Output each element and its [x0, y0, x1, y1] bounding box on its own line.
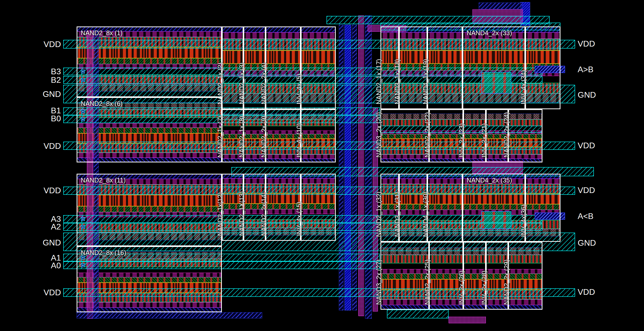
- pin-label-left-b3-1: B3: [0, 67, 61, 76]
- cell-label: NAND2_2x(14): [260, 192, 268, 236]
- metal-interconnect-bar: [358, 15, 364, 316]
- pin-label-left-vdd-0: VDD: [0, 40, 61, 48]
- pin-label-left-a0-12: A0: [0, 261, 61, 270]
- cell-label: NAND4_2x (33): [467, 29, 512, 37]
- cell-inv-4x-36[interactable]: INV_4x(36): [525, 174, 560, 242]
- pin-label-left-b0-5: B0: [0, 114, 61, 123]
- pin-label-right-vdd-0: VDD: [578, 40, 595, 48]
- cell-label: NAND3_2x (27): [375, 260, 383, 305]
- cell-label: NAND4_1x (30): [422, 192, 429, 237]
- pin-label-right-vdd-4: VDD: [578, 186, 595, 194]
- metal-interconnect-segment: [449, 317, 486, 323]
- cell-label: INV_2x (26): [458, 271, 465, 305]
- pin-label-left-vdd-13: VDD: [0, 288, 61, 297]
- cell-label: INV_4x (10): [295, 123, 303, 158]
- cell-label: NAND2_2x (24): [503, 112, 510, 158]
- cell-nand2-2x-29[interactable]: NAND2_2x (29): [508, 242, 542, 310]
- cell-nand2-2x-24[interactable]: NAND2_2x (24): [508, 109, 542, 162]
- cell-nand4-2x-33[interactable]: NAND4_2x (33): [462, 26, 525, 109]
- cell-label: NAND2_1x (32): [375, 192, 383, 237]
- cell-label: INV_4x (5): [295, 74, 303, 104]
- cell-label: NAND2_2x (25): [424, 260, 431, 305]
- cell-label: NAND3_1x (31): [394, 192, 401, 237]
- pin-label-left-gnd-3: GND: [0, 90, 61, 98]
- cell-nand3-2x-27[interactable]: NAND3_2x (27): [380, 242, 429, 310]
- cell-label: NAND3_1x (18): [394, 59, 401, 104]
- cell-label: INV_2x (23): [458, 123, 465, 158]
- cell-inv-4x-34[interactable]: INV_4x (34): [525, 26, 560, 109]
- cell-inv-4x-10[interactable]: INV_4x (10): [301, 109, 336, 162]
- cell-label: NAND4_2x (35): [467, 177, 512, 184]
- cell-label: NAND2_2x (9): [260, 116, 268, 158]
- cell-label: NAND2_8x (11): [81, 177, 126, 184]
- cell-label: INV_2x (28): [480, 271, 488, 305]
- cell-nand4-1x-19[interactable]: NAND4_1x (19): [427, 26, 462, 109]
- metal-interconnect-segment: [77, 312, 262, 318]
- cell-label: INV_4x(36): [520, 205, 527, 237]
- pin-label-right-a-b-1: A>B: [578, 65, 593, 73]
- cell-nand4-2x-35[interactable]: NAND4_2x (35): [462, 174, 525, 242]
- cell-label: NAND2_2x (4): [260, 62, 268, 104]
- cell-label: NAND4_1x (19): [422, 59, 429, 104]
- cell-label: NAND2_1x (17): [375, 59, 383, 104]
- cell-label: NAND2_1x (3): [238, 62, 246, 104]
- cell-nand2-8x-16[interactable]: NAND2_8x (16): [77, 246, 222, 312]
- cell-nand4-1x-30[interactable]: NAND4_1x (30): [427, 174, 462, 242]
- cell-label: NAND2_1x (8): [238, 116, 246, 158]
- cell-label: NAND2_8x (1): [81, 29, 123, 37]
- routing-strap: [387, 310, 449, 318]
- pin-label-right-gnd-6: GND: [578, 239, 596, 247]
- pin-label-left-b1-4: B1: [0, 106, 61, 115]
- cell-label: NAND2_1x(12): [216, 192, 224, 236]
- pin-label-left-vdd-7: VDD: [0, 186, 61, 195]
- cell-label: NAND2_1x (7): [216, 116, 224, 158]
- cell-label: NAND2_2x (22): [424, 112, 431, 158]
- cell-label: NAND2_8x (16): [81, 249, 126, 256]
- pin-label-left-b2-2: B2: [0, 76, 61, 84]
- cell-inv-4x-5[interactable]: INV_4x (5): [301, 26, 336, 109]
- pin-label-right-vdd-7: VDD: [578, 288, 595, 296]
- pin-label-right-gnd-2: GND: [578, 91, 596, 99]
- cell-nand3-2x-20[interactable]: NAND3_2x (20): [380, 109, 429, 162]
- cell-label: NAND2_1X(13): [238, 191, 246, 236]
- metal-interconnect-segment: [479, 3, 522, 9]
- cell-nand2-8x-6[interactable]: NAND2_8x (6): [77, 97, 222, 162]
- pin-label-left-a2-9: A2: [0, 223, 61, 231]
- cell-inv-4x-15[interactable]: INV_4x (15): [301, 174, 336, 241]
- cell-label: NAND2_2x (29): [503, 260, 510, 305]
- cell-nand2-8x-11[interactable]: NAND2_8x (11): [77, 174, 222, 246]
- cell-label: INV_2x (21): [480, 123, 488, 158]
- pin-label-left-gnd-10: GND: [0, 238, 61, 247]
- pin-label-left-vdd-6: VDD: [0, 142, 61, 150]
- ic-layout-canvas[interactable]: NAND2_8x (1)NAND2_1x (2)NAND2_1x (3)NAND…: [0, 0, 644, 331]
- cell-label: NAND2_8x (6): [81, 100, 123, 107]
- cell-label: NAND3_2x (20): [375, 112, 383, 158]
- cell-nand2-8x-1[interactable]: NAND2_8x (1): [77, 26, 222, 97]
- pin-label-right-vdd-3: VDD: [578, 141, 595, 150]
- cell-label: INV_4x (15): [295, 202, 303, 236]
- pin-label-right-a-b-5: A<B: [578, 212, 593, 220]
- cell-label: INV_4x (34): [520, 70, 527, 104]
